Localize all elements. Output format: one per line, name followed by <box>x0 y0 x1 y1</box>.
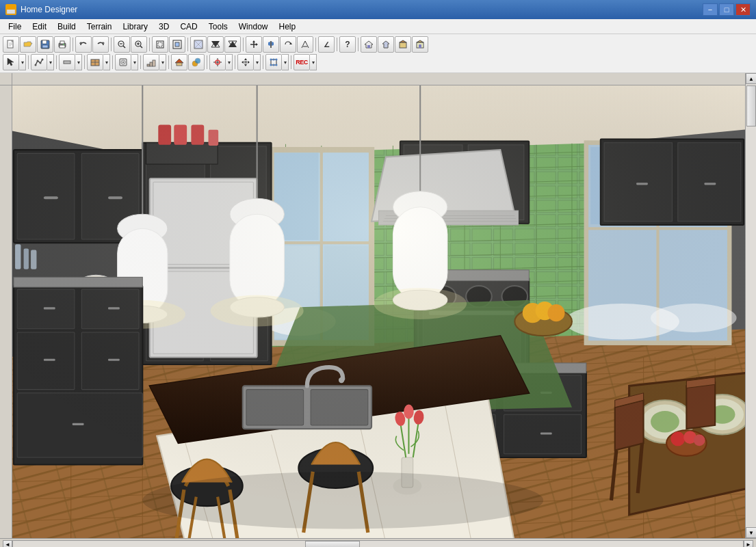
cabinet-dropdown[interactable]: ▾ <box>103 54 110 70</box>
transform-tool-button[interactable] <box>265 54 282 70</box>
minimize-button[interactable]: − <box>703 3 718 16</box>
horizontal-scrollbar[interactable]: ◄ ► <box>3 540 753 548</box>
flip-button[interactable] <box>263 36 279 53</box>
polyline-dropdown[interactable]: ▾ <box>47 54 54 70</box>
print-button[interactable] <box>54 36 70 53</box>
material-tool-button[interactable] <box>188 54 205 70</box>
scroll-right-arrow[interactable]: ► <box>744 540 753 548</box>
right-scrollbar[interactable]: ▲ ▼ <box>745 73 756 538</box>
move-tool-button[interactable] <box>237 54 254 70</box>
house-view2-button[interactable] <box>378 36 394 53</box>
toolbar-sep <box>207 55 207 69</box>
next-view-button[interactable] <box>224 36 241 53</box>
status-bar: ◄ ► <box>0 538 756 547</box>
toolbar-row-1: ∠ ? <box>3 36 753 53</box>
angle-button[interactable]: ∠ <box>318 36 335 53</box>
help-button[interactable]: ? <box>339 36 356 53</box>
snap-tool-button[interactable] <box>209 54 226 70</box>
toolbar-sep <box>243 38 244 51</box>
house-view1-button[interactable] <box>361 36 377 53</box>
scroll-down-arrow[interactable]: ▼ <box>746 527 756 538</box>
menu-item-terrain[interactable]: Terrain <box>81 21 118 33</box>
svg-rect-66 <box>147 64 150 66</box>
transform-dropdown[interactable]: ▾ <box>282 54 289 70</box>
redo-button[interactable] <box>92 36 109 53</box>
menu-item-cad[interactable]: CAD <box>174 21 203 33</box>
zoom-window-button[interactable] <box>169 36 185 53</box>
toolbar-sep <box>187 38 188 51</box>
fixture-dropdown[interactable]: ▾ <box>131 54 138 70</box>
svg-marker-78 <box>242 61 244 64</box>
record-dropdown[interactable]: ▾ <box>310 54 317 70</box>
svg-line-16 <box>123 46 125 48</box>
toolbar-sep <box>84 55 85 69</box>
svg-marker-1 <box>6 5 16 10</box>
window-title: Home Designer <box>21 5 703 14</box>
menu-item-file[interactable]: File <box>3 21 27 33</box>
maximize-button[interactable]: □ <box>719 3 734 16</box>
record-button[interactable]: REC <box>294 54 310 70</box>
select-tool-button[interactable] <box>3 54 19 70</box>
align-button[interactable] <box>246 36 262 53</box>
rotate-button[interactable] <box>280 36 296 53</box>
svg-point-87 <box>273 64 275 66</box>
mirror-button[interactable] <box>297 36 313 53</box>
svg-point-62 <box>96 62 97 63</box>
svg-rect-68 <box>153 60 155 66</box>
polyline-tool-button[interactable] <box>31 54 47 70</box>
snap-dropdown[interactable]: ▾ <box>226 54 233 70</box>
kitchen-scene <box>12 85 745 538</box>
svg-rect-24 <box>175 42 179 46</box>
cabinet-tool-button[interactable] <box>87 54 103 70</box>
menu-item-window[interactable]: Window <box>233 21 274 33</box>
scroll-up-arrow[interactable]: ▲ <box>746 73 756 84</box>
svg-rect-12 <box>60 45 65 48</box>
toolbar-sep <box>140 55 141 69</box>
scroll-thumb[interactable] <box>746 85 756 126</box>
zoom-out-button[interactable] <box>114 36 130 53</box>
svg-point-84 <box>270 64 272 66</box>
svg-rect-9 <box>42 45 48 48</box>
wall-tool-button[interactable] <box>59 54 75 70</box>
menu-item-tools[interactable]: Tools <box>203 21 233 33</box>
stair-dropdown[interactable]: ▾ <box>159 54 166 70</box>
new-button[interactable] <box>3 36 19 53</box>
fixture-tool-button[interactable] <box>115 54 131 70</box>
menu-item-help[interactable]: Help <box>273 21 301 33</box>
fill-window-button[interactable] <box>190 36 207 53</box>
previous-view-button[interactable] <box>207 36 224 53</box>
save-button[interactable] <box>37 36 53 53</box>
open-button[interactable] <box>20 36 36 53</box>
select-tool-dropdown[interactable]: ▾ <box>19 54 26 70</box>
undo-button[interactable] <box>75 36 92 53</box>
svg-marker-77 <box>244 64 247 66</box>
h-scroll-thumb[interactable] <box>305 541 360 548</box>
scroll-track[interactable] <box>746 84 756 527</box>
scroll-left-arrow[interactable]: ◄ <box>3 540 12 548</box>
svg-point-65 <box>122 62 124 63</box>
zoom-fit-button[interactable] <box>152 36 168 53</box>
menu-item-3d[interactable]: 3D <box>153 21 174 33</box>
svg-marker-69 <box>175 59 183 63</box>
h-scroll-track[interactable] <box>12 540 744 548</box>
roof-tool-button[interactable] <box>171 54 187 70</box>
house-view3-button[interactable] <box>395 36 411 53</box>
toolbar-sep <box>263 55 263 69</box>
viewport[interactable] <box>12 73 745 538</box>
svg-rect-80 <box>244 61 247 64</box>
zoom-in-button[interactable] <box>131 36 147 53</box>
close-button[interactable]: ✕ <box>735 3 751 16</box>
wall-dropdown[interactable]: ▾ <box>75 54 82 70</box>
menu-item-library[interactable]: Library <box>117 21 153 33</box>
main-area: ▲ ▼ <box>0 73 756 538</box>
toolbar-sep <box>235 55 235 69</box>
svg-marker-49 <box>417 40 423 42</box>
house-view4-button[interactable] <box>412 36 428 53</box>
menu-item-build[interactable]: Build <box>52 21 81 33</box>
toolbar-sep <box>73 38 73 51</box>
menu-item-edit[interactable]: Edit <box>27 21 52 33</box>
svg-rect-46 <box>400 42 406 48</box>
move-dropdown[interactable]: ▾ <box>254 54 261 70</box>
stair-tool-button[interactable] <box>143 54 159 70</box>
svg-point-86 <box>273 59 275 61</box>
